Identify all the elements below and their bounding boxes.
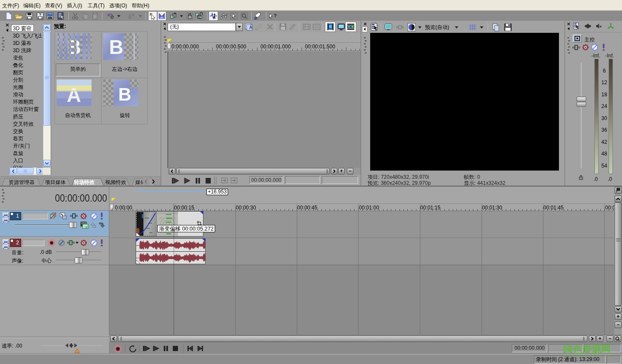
svg-text:B: B	[109, 36, 123, 58]
svg-text:B: B	[118, 84, 131, 104]
svg-text:A: A	[67, 84, 81, 106]
svg-text:α: α	[86, 225, 88, 229]
svg-text:?: ?	[39, 13, 41, 17]
svg-text:A: A	[249, 25, 252, 30]
svg-text:?: ?	[274, 13, 277, 18]
